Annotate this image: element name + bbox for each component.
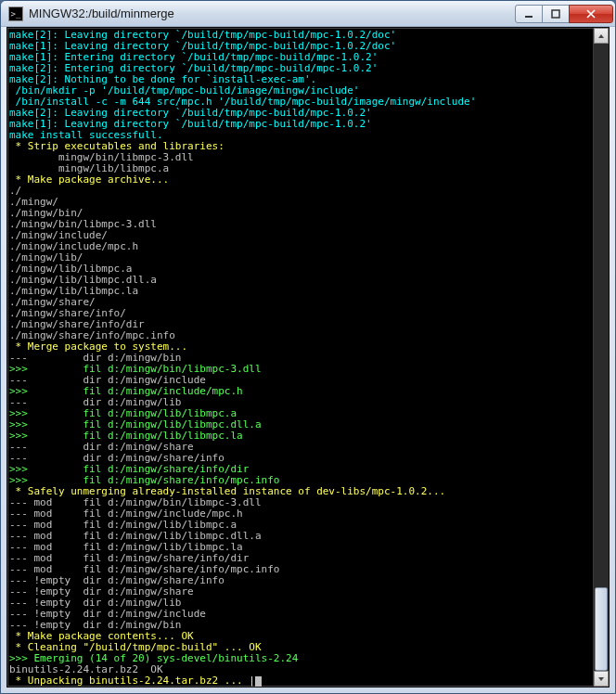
- chevron-down-icon: [597, 676, 605, 682]
- terminal-line: * Make package archive...: [9, 174, 609, 186]
- app-window: >_ MINGW32:/build/minmerge make[2]: Leav…: [0, 0, 616, 694]
- cursor: [255, 676, 262, 687]
- svg-rect-0: [525, 16, 533, 18]
- terminal-client: make[2]: Leaving directory `/build/tmp/m…: [6, 27, 610, 688]
- terminal-line: ./mingw/: [9, 197, 609, 208]
- minimize-button[interactable]: [515, 5, 543, 23]
- app-icon: >_: [8, 6, 23, 21]
- scroll-up-button[interactable]: [594, 28, 609, 44]
- minimize-icon: [524, 9, 533, 19]
- terminal-output[interactable]: make[2]: Leaving directory `/build/tmp/m…: [9, 30, 609, 687]
- scrollbar-track[interactable]: [594, 44, 609, 671]
- svg-rect-1: [552, 10, 559, 18]
- titlebar[interactable]: >_ MINGW32:/build/minmerge: [1, 1, 615, 27]
- terminal-line: ./: [9, 186, 609, 197]
- maximize-icon: [551, 9, 560, 19]
- maximize-button[interactable]: [542, 5, 570, 23]
- close-icon: [586, 9, 596, 19]
- scrollbar-thumb[interactable]: [595, 587, 608, 671]
- terminal-line: * Unpacking binutils-2.24.tar.bz2 ... |: [9, 675, 609, 687]
- vertical-scrollbar[interactable]: [593, 28, 609, 687]
- window-controls: [516, 5, 613, 23]
- terminal-line: ./mingw/lib/libmpc.la: [9, 286, 609, 297]
- scroll-down-button[interactable]: [594, 671, 609, 687]
- window-title: MINGW32:/build/minmerge: [29, 6, 516, 20]
- terminal-line: ./mingw/include/mpc.h: [9, 241, 609, 252]
- chevron-up-icon: [597, 33, 605, 39]
- close-button[interactable]: [569, 5, 613, 23]
